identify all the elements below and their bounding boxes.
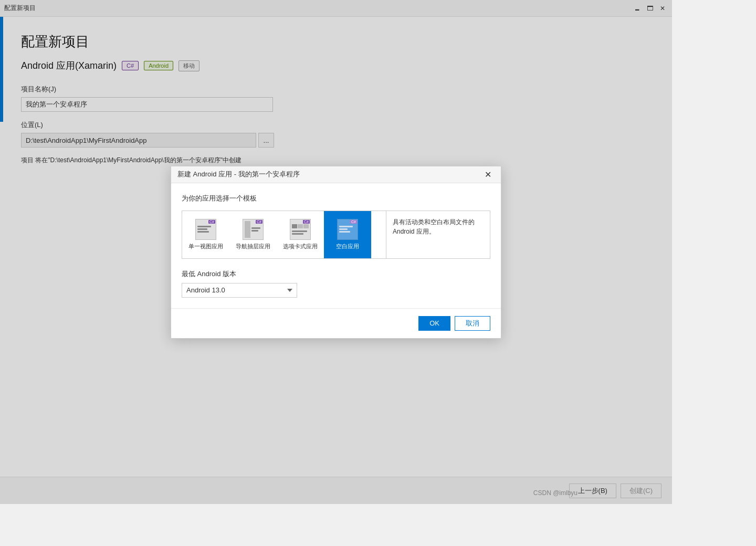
template-single-view[interactable]: C# 单一视图应用	[182, 211, 229, 258]
template-tab-label: 选项卡式应用	[283, 243, 318, 250]
android-version-label: 最低 Android 版本	[182, 269, 490, 279]
tab-bar	[292, 224, 309, 228]
ok-button[interactable]: OK	[418, 316, 450, 331]
icon-line	[197, 228, 207, 230]
template-section-label: 为你的应用选择一个模板	[182, 194, 490, 203]
icon-line	[251, 230, 258, 232]
dialog: 新建 Android 应用 - 我的第一个安卓程序 ✕ 为你的应用选择一个模板 …	[171, 166, 501, 339]
cs-badge-3: C#	[303, 220, 310, 224]
dialog-body: 为你的应用选择一个模板 C#	[171, 183, 501, 308]
template-nav-drawer-icon: C#	[243, 219, 264, 240]
cancel-button[interactable]: 取消	[455, 316, 490, 331]
main-window: 配置新项目 🗕 🗖 ✕ 配置新项目 Android 应用(Xamarin) C#…	[0, 0, 672, 504]
icon-line	[292, 230, 307, 232]
template-blank[interactable]: C# 空白应用	[324, 211, 371, 258]
template-grid: C# 单一视图应用	[182, 211, 490, 259]
template-single-view-label: 单一视图应用	[188, 243, 223, 250]
nav-sidebar	[245, 221, 250, 238]
dialog-overlay: 新建 Android 应用 - 我的第一个安卓程序 ✕ 为你的应用选择一个模板 …	[0, 0, 672, 504]
icon-line	[339, 228, 348, 230]
icon-line	[197, 226, 211, 227]
template-blank-label: 空白应用	[336, 243, 359, 250]
template-list: C# 单一视图应用	[182, 211, 386, 259]
tab	[298, 224, 303, 228]
dialog-close-button[interactable]: ✕	[481, 167, 495, 181]
icon-line	[251, 227, 260, 229]
template-nav-drawer-label: 导航抽层应用	[236, 243, 270, 250]
icon-line	[339, 231, 350, 233]
icon-line	[292, 233, 303, 235]
cs-badge-2: C#	[256, 220, 262, 224]
dialog-title: 新建 Android 应用 - 我的第一个安卓程序	[177, 170, 300, 179]
tab	[303, 224, 309, 228]
template-tab-icon: C#	[290, 219, 311, 240]
dialog-footer: OK 取消	[171, 308, 501, 338]
template-description: 具有活动类和空白布局文件的 Android 应用。	[386, 211, 490, 259]
icon-line	[339, 226, 353, 227]
template-blank-icon: C#	[337, 219, 358, 240]
android-version-section: 最低 Android 版本 Android 13.0 Android 12.0 …	[182, 269, 490, 298]
template-tab[interactable]: C#	[277, 211, 324, 258]
android-version-select[interactable]: Android 13.0 Android 12.0 Android 11.0 A…	[182, 283, 297, 298]
cs-badge-4: C#	[350, 220, 357, 224]
icon-line	[197, 231, 209, 233]
template-nav-drawer[interactable]: C#	[229, 211, 277, 258]
cs-badge-1: C#	[208, 220, 215, 224]
tab	[292, 224, 297, 228]
nav-content	[251, 227, 261, 232]
template-single-view-icon: C#	[195, 219, 216, 240]
dialog-titlebar: 新建 Android 应用 - 我的第一个安卓程序 ✕	[171, 166, 501, 183]
